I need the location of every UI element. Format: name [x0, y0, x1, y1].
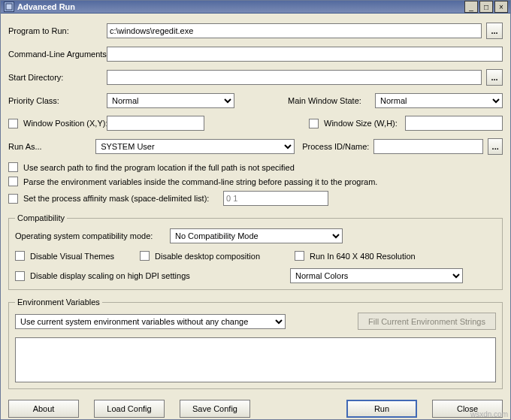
parse-env-checkbox[interactable]	[8, 177, 18, 186]
run640-label: Run In 640 X 480 Resolution	[310, 252, 416, 261]
run-button[interactable]: Run	[346, 400, 417, 418]
env-textarea[interactable]	[15, 337, 496, 382]
watermark: wsxdn.com	[470, 410, 508, 418]
winstate-label: Main Window State:	[288, 96, 370, 105]
affinity-input[interactable]	[223, 191, 328, 206]
procid-browse-button[interactable]: ...	[488, 138, 503, 155]
parse-env-label: Parse the environment variables inside t…	[23, 177, 377, 186]
fill-env-button: Fill Current Environment Strings	[358, 313, 496, 330]
maximize-button[interactable]: □	[479, 1, 493, 13]
procid-label: Process ID/Name:	[302, 142, 369, 151]
runas-select[interactable]: SYSTEM User	[95, 139, 295, 154]
disable-desktop-comp-label: Disable desktop composition	[155, 252, 260, 261]
procid-input[interactable]	[373, 139, 483, 154]
disable-dpi-checkbox[interactable]	[15, 271, 25, 281]
use-search-path-label: Use search path to find the program loca…	[23, 163, 295, 172]
about-button[interactable]: About	[8, 400, 79, 418]
oscompat-label: Operating system compatibility mode:	[15, 231, 165, 240]
compatibility-legend: Compatibility	[15, 213, 67, 222]
winpos-checkbox[interactable]	[8, 119, 18, 128]
envvars-group: Environment Variables Use current system…	[8, 298, 503, 389]
run640-checkbox[interactable]	[295, 251, 304, 261]
startdir-label: Start Directory:	[8, 73, 102, 82]
titlebar: Advanced Run _ □ ×	[1, 1, 510, 14]
colors-select[interactable]: Normal Colors	[290, 268, 463, 283]
oscompat-select[interactable]: No Compatibility Mode	[170, 228, 343, 243]
winsize-label: Window Size (W,H):	[324, 119, 398, 128]
priority-select[interactable]: Normal	[107, 93, 234, 108]
disable-dpi-label: Disable display scaling on high DPI sett…	[30, 271, 190, 280]
advanced-run-window: Advanced Run _ □ × Program to Run: ... C…	[0, 0, 511, 420]
envvars-legend: Environment Variables	[15, 298, 102, 307]
program-browse-button[interactable]: ...	[486, 23, 503, 39]
use-search-path-checkbox[interactable]	[8, 162, 18, 172]
button-bar: About Load Config Save Config Run Close	[8, 397, 503, 418]
startdir-browse-button[interactable]: ...	[486, 69, 503, 86]
program-label: Program to Run:	[8, 26, 102, 35]
compatibility-group: Compatibility Operating system compatibi…	[8, 213, 503, 290]
program-input[interactable]	[107, 23, 482, 38]
disable-themes-checkbox[interactable]	[15, 251, 25, 261]
envmode-select[interactable]: Use current system environment variables…	[15, 314, 286, 329]
winstate-select[interactable]: Normal	[375, 93, 503, 108]
runas-label: Run As...	[8, 142, 91, 151]
svg-rect-0	[6, 4, 12, 10]
winsize-input[interactable]	[405, 116, 503, 131]
minimize-button[interactable]: _	[464, 1, 478, 13]
affinity-label: Set the process affinity mask (space-del…	[23, 194, 209, 203]
winpos-label: Window Position (X,Y):	[23, 119, 107, 128]
priority-label: Priority Class:	[8, 96, 102, 105]
content-area: Program to Run: ... Command-Line Argumen…	[1, 14, 510, 420]
window-title: Advanced Run	[17, 2, 464, 11]
save-config-button[interactable]: Save Config	[180, 400, 250, 418]
window-controls: _ □ ×	[464, 1, 508, 13]
app-icon	[4, 2, 14, 12]
affinity-checkbox[interactable]	[8, 194, 18, 204]
startdir-input[interactable]	[107, 70, 482, 85]
cmdline-label: Command-Line Arguments:	[8, 50, 102, 59]
winpos-input[interactable]	[107, 116, 204, 131]
close-window-button[interactable]: ×	[494, 1, 508, 13]
load-config-button[interactable]: Load Config	[94, 400, 165, 418]
winsize-checkbox[interactable]	[309, 119, 319, 128]
disable-themes-label: Disable Visual Themes	[30, 252, 114, 261]
cmdline-input[interactable]	[107, 47, 503, 62]
disable-desktop-comp-checkbox[interactable]	[140, 251, 150, 261]
